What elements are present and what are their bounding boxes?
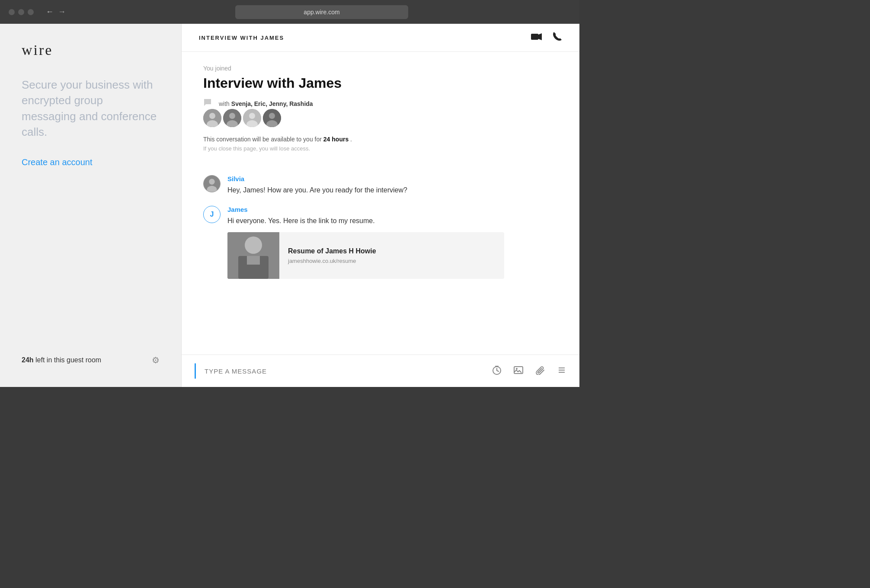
back-button[interactable]: ← [46,7,54,16]
svg-text:wire: wire [22,42,53,58]
link-card-body: Resume of James H Howie jameshhowie.co.u… [279,232,385,279]
guest-room-suffix: left in this guest room [35,356,101,364]
participants-names: Svenja, Eric, Jenny, Rashida [231,100,313,107]
chat-header-title: INTERVIEW WITH JAMES [199,35,284,41]
guest-room-text: 24h left in this guest room [22,356,101,364]
main-area: INTERVIEW WITH JAMES You joi [182,24,579,387]
svg-marker-2 [538,33,542,40]
svg-rect-21 [247,256,260,265]
joined-banner: You joined Interview with James with Sve… [203,65,558,165]
link-card-title: Resume of James H Howie [288,247,376,255]
attachment-icon[interactable] [535,365,545,377]
forward-button[interactable]: → [58,7,66,16]
svg-point-10 [249,113,255,119]
phone-call-icon[interactable] [553,32,562,44]
chat-content: You joined Interview with James with Sve… [182,52,579,355]
link-card[interactable]: Resume of James H Howie jameshhowie.co.u… [227,232,504,279]
svg-point-27 [516,368,518,370]
svg-point-4 [209,113,215,119]
james-initial: J [210,211,214,218]
traffic-lights [9,9,34,15]
participants-divider: with Svenja, Eric, Jenny, Rashida [203,98,558,109]
with-label: with [219,100,231,107]
avatar-silvia [203,175,221,192]
availability-prefix: This conversation will be available to y… [203,136,323,143]
sidebar-bottom: 24h left in this guest room ⚙ [22,355,160,370]
chat-bubble-icon [203,98,212,109]
chat-header: INTERVIEW WITH JAMES [182,24,579,52]
video-call-icon[interactable] [531,32,542,43]
sender-silvia: Silvia [227,175,558,182]
message-row-james: J James Hi everyone. Yes. Here is the li… [203,206,558,279]
guest-room-hours: 24h [22,356,34,364]
svg-point-19 [245,236,262,254]
svg-point-13 [269,113,275,119]
svg-point-7 [229,113,235,119]
image-icon[interactable] [514,365,523,377]
svg-rect-1 [531,34,538,40]
timer-icon[interactable] [492,365,502,377]
message-input[interactable] [205,368,483,375]
browser-chrome: ← → app.wire.com [0,0,579,24]
availability-hours: 24 hours [323,136,349,143]
message-row: Silvia Hey, James! How are you. Are you … [203,175,558,195]
you-joined-text: You joined [203,65,558,72]
sender-james: James [227,206,558,213]
svg-point-16 [209,179,214,185]
gear-icon[interactable]: ⚙ [152,355,160,365]
wire-logo: wire [22,41,160,61]
more-icon[interactable] [557,365,566,377]
avatar-jenny [243,109,261,127]
warning-text: If you close this page, you will lose ac… [203,145,558,152]
tagline: Secure your business with encrypted grou… [22,77,160,140]
avatar-eric [223,109,241,127]
traffic-light-maximize[interactable] [28,9,34,15]
toolbar-icons [492,365,566,377]
conversation-title-large: Interview with James [203,75,558,91]
input-divider [195,363,196,379]
svg-line-24 [497,371,499,371]
address-bar[interactable]: app.wire.com [235,5,408,19]
message-silvia-content: Silvia Hey, James! How are you. Are you … [227,175,558,195]
availability-text: This conversation will be available to y… [203,136,558,143]
avatar-svenja [203,109,221,127]
message-input-bar [182,355,579,387]
nav-buttons: ← → [46,7,66,16]
link-card-image [227,232,279,279]
message-james-text: Hi everyone. Yes. Here is the link to my… [227,216,558,226]
avatars-row [203,109,558,127]
traffic-light-minimize[interactable] [18,9,24,15]
avatar-rashida [263,109,281,127]
message-james-content: James Hi everyone. Yes. Here is the link… [227,206,558,279]
app-container: wire Secure your business with encrypted… [0,24,579,387]
link-card-url: jameshhowie.co.uk/resume [288,258,376,264]
header-actions [531,32,562,44]
message-silvia-text: Hey, James! How are you. Are you ready f… [227,185,558,195]
traffic-light-close[interactable] [9,9,15,15]
availability-dot: . [350,136,352,143]
avatar-james: J [203,206,221,223]
create-account-link[interactable]: Create an account [22,157,160,167]
url-text: app.wire.com [304,9,339,16]
participants-text: with Svenja, Eric, Jenny, Rashida [219,100,313,107]
sidebar: wire Secure your business with encrypted… [0,24,182,387]
